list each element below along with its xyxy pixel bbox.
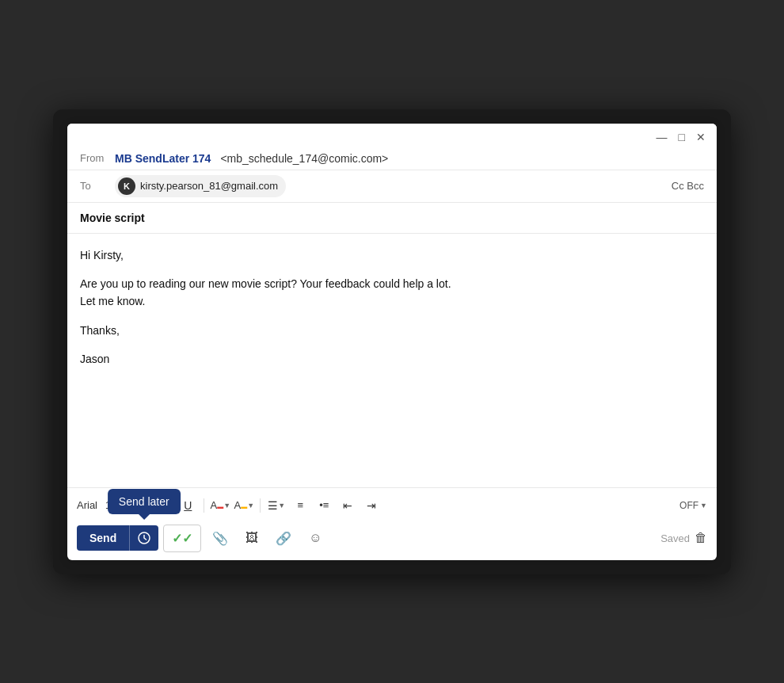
- avatar: K: [118, 177, 135, 195]
- title-bar: — □ ✕: [67, 124, 717, 147]
- body-greeting: Hi Kirsty,: [80, 246, 704, 264]
- insert-link-button[interactable]: 🔗: [269, 526, 298, 551]
- unordered-list-button[interactable]: •≡: [313, 494, 335, 517]
- paperclip-icon: 📎: [212, 532, 228, 545]
- subject-row: Movie script: [67, 203, 717, 234]
- saved-status: Saved 🗑: [660, 531, 707, 545]
- divider-1: [204, 498, 204, 513]
- text-color-icon: A▬: [211, 499, 224, 511]
- from-label: From: [80, 152, 108, 164]
- indent-decrease-icon: ⇤: [343, 499, 352, 512]
- send-button[interactable]: Send: [77, 525, 129, 551]
- text-color-arrow-icon: ▼: [223, 502, 230, 509]
- link-icon: 🔗: [276, 532, 291, 545]
- indent-decrease-button[interactable]: ⇤: [337, 494, 359, 517]
- off-arrow-icon: ▼: [700, 502, 707, 509]
- indent-increase-button[interactable]: ⇥: [360, 494, 382, 517]
- divider-2: [260, 498, 261, 513]
- font-name-label: Arial: [77, 499, 97, 511]
- trash-icon: 🗑: [695, 531, 707, 544]
- tooltip-container: Send later: [129, 525, 158, 551]
- to-label: To: [80, 180, 108, 192]
- indent-increase-icon: ⇥: [367, 499, 376, 512]
- off-badge: OFF ▼: [679, 500, 707, 511]
- from-email: <mb_schedule_174@comic.com>: [220, 152, 388, 165]
- unordered-list-icon: •≡: [319, 499, 329, 511]
- from-row: From MB SendLater 174 <mb_schedule_174@c…: [67, 147, 717, 170]
- toolbar-area: Arial 10 ▼ B I U A▬ ▼ A▬ ▼: [67, 487, 717, 560]
- attach-button[interactable]: 📎: [206, 526, 234, 551]
- body-paragraph: Are you up to reading our new movie scri…: [80, 275, 704, 311]
- compose-window: — □ ✕ From MB SendLater 174 <mb_schedule…: [67, 124, 717, 560]
- close-button[interactable]: ✕: [696, 132, 706, 143]
- body-signature: Jason: [80, 350, 704, 368]
- send-later-tooltip: Send later: [108, 489, 181, 514]
- highlight-arrow-icon: ▼: [247, 502, 254, 509]
- highlight-color-button[interactable]: A▬ ▼: [233, 494, 255, 517]
- ordered-list-button[interactable]: ≡: [289, 494, 311, 517]
- window-shadow: — □ ✕ From MB SendLater 174 <mb_schedule…: [53, 109, 731, 574]
- emoji-icon: ☺: [309, 531, 322, 544]
- title-bar-controls: — □ ✕: [657, 132, 706, 143]
- to-row: To K kirsty.pearson_81@gmail.com Cc Bcc: [67, 170, 717, 203]
- recipient-email: kirsty.pearson_81@gmail.com: [140, 180, 278, 192]
- align-arrow-icon: ▼: [278, 502, 285, 509]
- align-icon: ☰: [268, 499, 278, 512]
- action-bar: Send Send later ✓✓: [77, 521, 707, 557]
- send-later-button[interactable]: [129, 525, 158, 551]
- subject-text: Movie script: [80, 212, 145, 224]
- align-button[interactable]: ☰ ▼: [265, 494, 287, 517]
- minimize-button[interactable]: —: [657, 132, 668, 143]
- maximize-button[interactable]: □: [679, 132, 685, 143]
- body-thanks: Thanks,: [80, 322, 704, 339]
- ordered-list-icon: ≡: [298, 499, 304, 511]
- from-name: MB SendLater 174: [115, 152, 211, 165]
- check-button[interactable]: ✓✓: [163, 525, 201, 552]
- recipient-chip[interactable]: K kirsty.pearson_81@gmail.com: [115, 175, 286, 197]
- saved-label: Saved: [660, 532, 690, 544]
- text-color-button[interactable]: A▬ ▼: [209, 494, 231, 517]
- cc-bcc-button[interactable]: Cc Bcc: [672, 180, 704, 192]
- clock-icon: [138, 532, 150, 544]
- send-label: Send: [89, 532, 116, 544]
- delete-draft-button[interactable]: 🗑: [695, 531, 707, 545]
- check-icon: ✓✓: [172, 531, 192, 546]
- insert-emoji-button[interactable]: ☺: [303, 526, 328, 550]
- insert-image-button[interactable]: 🖼: [239, 526, 265, 550]
- highlight-icon: A▬: [234, 499, 248, 511]
- image-icon: 🖼: [245, 531, 258, 544]
- email-body[interactable]: Hi Kirsty, Are you up to reading our new…: [67, 234, 717, 487]
- send-group: Send Send later: [77, 525, 158, 551]
